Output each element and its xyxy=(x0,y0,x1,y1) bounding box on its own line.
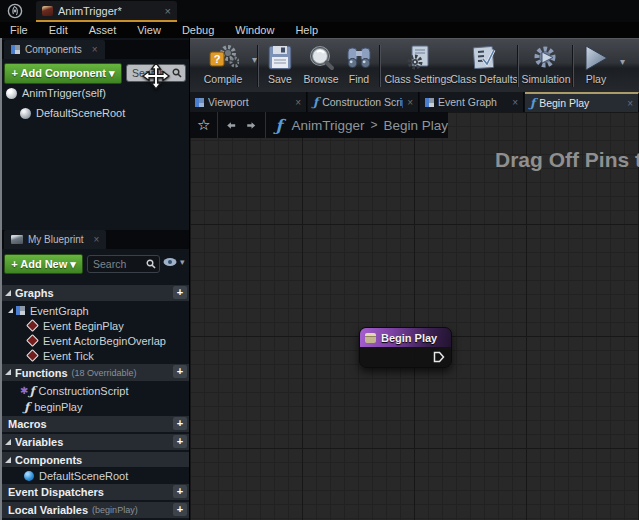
class-settings-button[interactable]: Class Settings xyxy=(382,42,454,90)
components-tab-strip: Components × xyxy=(2,40,189,59)
browse-icon xyxy=(307,44,335,72)
compile-button[interactable]: ? Compile xyxy=(196,42,250,90)
my-blueprint-tab-close-icon[interactable]: × xyxy=(94,234,100,245)
add-graph-button[interactable]: + xyxy=(173,286,187,299)
class-defaults-icon xyxy=(470,44,498,72)
event-graph-icon xyxy=(16,306,25,315)
graph-tabbar: Viewport × ƒ Construction Scrip × Event … xyxy=(190,92,639,112)
play-button[interactable]: Play xyxy=(575,42,617,90)
menu-file[interactable]: File xyxy=(10,24,28,36)
separator xyxy=(265,112,266,138)
function-icon: ƒ xyxy=(29,384,34,398)
tab-components[interactable]: Components × xyxy=(4,40,105,59)
browse-button[interactable]: Browse xyxy=(298,42,344,90)
my-blueprint-tab-strip: My Blueprint × xyxy=(2,230,189,249)
visibility-filter-button[interactable]: ▾ xyxy=(163,257,185,267)
section-graphs[interactable]: Graphs + xyxy=(2,285,189,301)
breadcrumb-separator: > xyxy=(370,118,377,132)
class-defaults-button[interactable]: Class Defaults xyxy=(446,42,522,90)
event-graph-tab-label: Event Graph xyxy=(438,96,508,108)
section-local-variables[interactable]: Local Variables (beginPlay) + xyxy=(2,502,189,518)
component-item-scene-root[interactable]: DefaultSceneRoot xyxy=(2,104,189,122)
viewport-tab-label: Viewport xyxy=(208,96,291,108)
close-icon[interactable]: × xyxy=(407,97,413,108)
my-blueprint-search-input[interactable] xyxy=(91,257,146,271)
add-function-button[interactable]: + xyxy=(173,365,187,378)
add-variable-button[interactable]: + xyxy=(173,435,187,448)
scene-component-icon xyxy=(24,471,34,481)
local-variables-label: Local Variables xyxy=(8,504,88,516)
menu-view[interactable]: View xyxy=(137,24,161,36)
tree-item-event-tick[interactable]: Event Tick xyxy=(2,348,189,363)
defaultsceneroot-label: DefaultSceneRoot xyxy=(39,470,128,482)
section-variables[interactable]: Variables + xyxy=(2,434,189,450)
node-header: Begin Play xyxy=(360,328,451,347)
components-tab-close-icon[interactable]: × xyxy=(92,44,98,55)
functions-overridable-count: (18 Overridable) xyxy=(72,368,137,378)
play-dropdown-caret[interactable]: ▾ xyxy=(620,56,625,67)
tab-my-blueprint[interactable]: My Blueprint × xyxy=(4,230,106,249)
add-new-button[interactable]: + Add New ▾ xyxy=(4,254,83,274)
menu-edit[interactable]: Edit xyxy=(49,24,68,36)
separator xyxy=(217,112,218,138)
search-icon xyxy=(172,68,182,78)
graph-hint-watermark: Drag Off Pins t xyxy=(495,148,639,172)
close-icon[interactable]: × xyxy=(627,98,633,109)
beginplay-function-label: beginPlay xyxy=(34,401,82,413)
section-functions[interactable]: Functions (18 Overridable) + xyxy=(2,364,189,381)
my-blueprint-search-box[interactable] xyxy=(87,255,160,273)
tab-begin-play[interactable]: ƒ Begin Play × xyxy=(525,92,639,112)
add-macro-button[interactable]: + xyxy=(173,417,187,430)
menu-window[interactable]: Window xyxy=(235,24,274,36)
menu-asset[interactable]: Asset xyxy=(89,24,117,36)
forward-arrow-icon[interactable] xyxy=(246,119,256,132)
event-tick-label: Event Tick xyxy=(43,350,94,362)
tab-event-graph[interactable]: Event Graph × xyxy=(420,92,524,112)
eventgraph-label: EventGraph xyxy=(30,305,89,317)
begin-play-node[interactable]: Begin Play xyxy=(359,327,452,368)
my-blueprint-tab-icon xyxy=(11,235,23,244)
tab-construction-script[interactable]: ƒ Construction Scrip × xyxy=(308,92,419,112)
simulation-label: Simulation xyxy=(521,73,570,85)
event-dispatchers-label: Event Dispatchers xyxy=(8,486,104,498)
override-star-icon: ✱ xyxy=(20,385,28,396)
tab-viewport[interactable]: Viewport × xyxy=(190,92,307,112)
find-icon xyxy=(344,45,374,71)
macros-header-label: Macros xyxy=(8,418,47,430)
tree-item-eventgraph[interactable]: EventGraph xyxy=(2,303,189,318)
tree-item-event-actorbeginoverlap[interactable]: Event ActorBeginOverlap xyxy=(2,333,189,348)
tree-item-constructionscript[interactable]: ✱ ƒ ConstructionScript xyxy=(2,383,189,398)
functions-header-label: Functions xyxy=(15,367,68,379)
add-dispatcher-button[interactable]: + xyxy=(173,485,187,498)
menu-help[interactable]: Help xyxy=(295,24,318,36)
breadcrumb-root[interactable]: AnimTrigger xyxy=(291,118,364,133)
add-local-variable-button[interactable]: + xyxy=(173,503,187,516)
tree-item-defaultsceneroot[interactable]: DefaultSceneRoot xyxy=(2,468,189,483)
blueprint-graph-canvas[interactable]: ☆ ƒ AnimTrigger > Begin Play Drag Off Pi… xyxy=(190,112,639,520)
add-component-button[interactable]: + Add Component ▾ xyxy=(4,63,122,84)
section-event-dispatchers[interactable]: Event Dispatchers + xyxy=(2,484,189,500)
svg-text:?: ? xyxy=(214,53,221,65)
section-components-category[interactable]: Components xyxy=(2,452,189,467)
asset-tab-close-icon[interactable]: × xyxy=(165,5,171,17)
find-label: Find xyxy=(349,73,369,85)
asset-tab-label: AnimTrigger* xyxy=(58,5,159,17)
find-button[interactable]: Find xyxy=(340,42,378,90)
local-variables-scope: (beginPlay) xyxy=(92,505,138,515)
simulation-button[interactable]: Simulation xyxy=(520,42,572,90)
class-defaults-label: Class Defaults xyxy=(450,73,518,85)
exec-output-pin[interactable] xyxy=(433,351,445,363)
save-icon xyxy=(267,44,293,71)
menu-debug[interactable]: Debug xyxy=(182,24,214,36)
close-icon[interactable]: × xyxy=(295,97,301,108)
tree-item-event-beginplay[interactable]: Event BeginPlay xyxy=(2,318,189,333)
window-edge-highlight xyxy=(0,38,2,520)
save-button[interactable]: Save xyxy=(260,42,300,90)
bookmark-star-icon[interactable]: ☆ xyxy=(197,116,210,134)
back-arrow-icon[interactable] xyxy=(226,119,236,132)
close-icon[interactable]: × xyxy=(512,97,518,108)
asset-tab-animtrigger[interactable]: AnimTrigger* × xyxy=(36,1,177,22)
tree-item-beginplay-function[interactable]: ƒ beginPlay xyxy=(2,399,189,414)
section-macros[interactable]: Macros + xyxy=(2,416,189,432)
components-tab-label: Components xyxy=(25,44,82,55)
